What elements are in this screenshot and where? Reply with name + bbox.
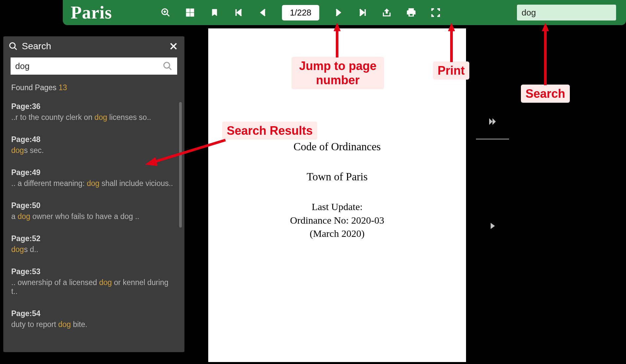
brand-logo: Paris	[71, 2, 112, 23]
search-result[interactable]: Page:52dogs d..	[11, 234, 176, 254]
arrow-icon	[542, 23, 549, 85]
svg-rect-10	[410, 14, 413, 16]
doc-subtitle: Town of Paris	[208, 171, 466, 183]
search-panel: Search Found Pages 13 Page:36..r to the …	[3, 36, 184, 352]
share-icon[interactable]	[381, 7, 393, 18]
svg-line-14	[15, 48, 17, 50]
search-result[interactable]: Page:50a dog owner who fails to have a d…	[11, 201, 176, 221]
search-icon[interactable]	[163, 61, 173, 71]
arrow-icon	[448, 23, 455, 62]
svg-point-13	[10, 43, 15, 48]
svg-marker-22	[448, 23, 455, 31]
prev-page-icon[interactable]	[257, 7, 269, 18]
next-page-icon[interactable]	[332, 7, 344, 18]
results-list: Page:36..r to the county clerk on dog li…	[3, 100, 184, 352]
panel-search-input[interactable]	[15, 61, 163, 71]
found-count-row: Found Pages 13	[3, 79, 184, 100]
svg-rect-6	[186, 13, 190, 16]
svg-marker-24	[542, 23, 549, 31]
anno-jump: Jump to page number	[292, 57, 384, 89]
arrow-icon	[142, 139, 228, 168]
close-icon[interactable]	[169, 42, 178, 51]
toolbar-search-input[interactable]	[522, 8, 626, 18]
zoom-in-icon[interactable]	[160, 7, 172, 18]
panel-search-box[interactable]	[11, 57, 177, 75]
divider	[476, 139, 509, 139]
svg-marker-26	[145, 157, 157, 166]
search-result[interactable]: Page:53.. ownership of a licensed dog or…	[11, 267, 176, 296]
doc-info: Last Update: Ordinance No: 2020-03 (Marc…	[208, 200, 466, 240]
first-page-icon[interactable]	[233, 7, 245, 18]
last-page-icon[interactable]	[356, 7, 368, 18]
svg-rect-5	[190, 9, 194, 12]
book-next-spread-icon[interactable]	[486, 115, 499, 128]
svg-marker-20	[334, 23, 340, 31]
search-result[interactable]: Page:49.. a different meaning: dog shall…	[11, 168, 176, 188]
search-result[interactable]: Page:54duty to report dog bite.	[11, 309, 176, 329]
thumbnails-icon[interactable]	[184, 7, 196, 18]
anno-results: Search Results	[222, 122, 317, 140]
svg-point-17	[164, 62, 170, 68]
book-next-page-icon[interactable]	[486, 219, 499, 233]
svg-rect-4	[186, 9, 190, 12]
svg-line-25	[152, 140, 225, 163]
toolbar-search-box[interactable]	[517, 5, 616, 20]
fullscreen-icon[interactable]	[430, 7, 442, 18]
arrow-icon	[334, 23, 340, 57]
anno-search: Search	[521, 85, 570, 103]
doc-title: Code of Ordinances	[208, 141, 466, 153]
svg-line-18	[169, 67, 172, 70]
anno-print: Print	[433, 61, 469, 80]
top-toolbar: Paris 1/228	[63, 0, 626, 25]
bookmark-icon[interactable]	[209, 7, 220, 18]
panel-title: Search	[22, 41, 169, 52]
page-number-input[interactable]: 1/228	[282, 5, 319, 20]
svg-rect-7	[190, 13, 194, 16]
svg-line-1	[167, 14, 170, 17]
print-icon[interactable]	[405, 7, 417, 18]
search-result[interactable]: Page:36..r to the county clerk on dog li…	[11, 102, 176, 122]
search-icon	[9, 42, 18, 51]
